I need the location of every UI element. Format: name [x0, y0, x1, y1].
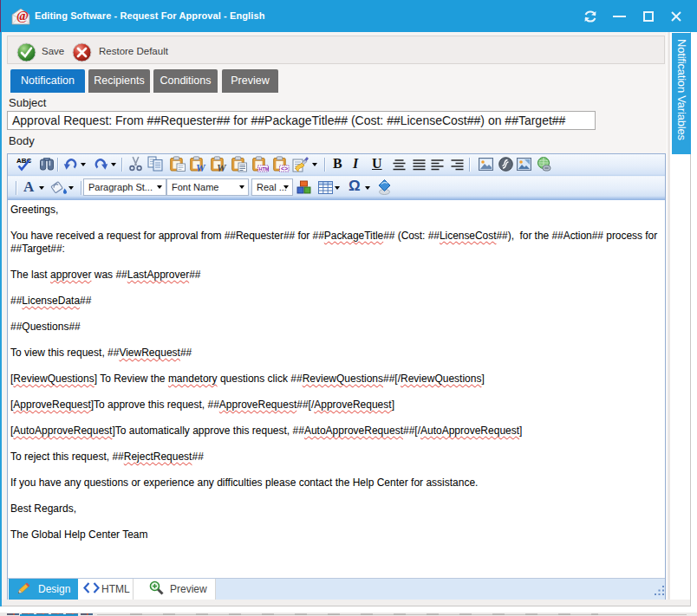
svg-text:@: @ [16, 9, 29, 23]
svg-text:HTML: HTML [259, 166, 270, 172]
svg-text:<>: <> [281, 165, 288, 172]
svg-text:W: W [217, 162, 227, 172]
svg-text:W: W [196, 162, 206, 172]
